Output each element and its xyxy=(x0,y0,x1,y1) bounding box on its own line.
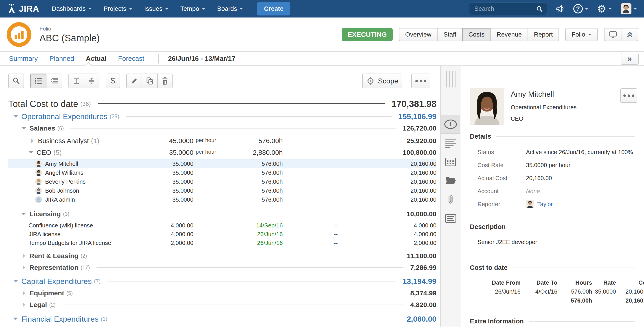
user-menu[interactable] xyxy=(621,3,637,14)
table-row-member[interactable]: JIRA admin 35.0000 576.00h 20,160.00 xyxy=(8,195,436,204)
collapse-caret-icon[interactable] xyxy=(13,280,18,285)
expand-caret-icon[interactable] xyxy=(23,291,28,296)
copy-move-button[interactable] xyxy=(142,73,157,88)
collapse-header-button[interactable] xyxy=(622,28,638,41)
subtab-forecast[interactable]: Forecast xyxy=(118,55,144,62)
currency-button[interactable]: $ xyxy=(106,73,120,88)
tab-staff[interactable]: Staff xyxy=(437,28,462,41)
expand-all-button[interactable] xyxy=(68,73,84,88)
row-label[interactable]: Rent & Leasing xyxy=(30,252,78,260)
table-row-category[interactable]: Salaries (6) 126,720.00 xyxy=(8,122,436,134)
row-label[interactable]: Licensing xyxy=(30,210,61,218)
date-cell[interactable]: 14/Sep/16 xyxy=(194,222,283,229)
panel-tab-description[interactable] xyxy=(441,134,460,153)
help-menu[interactable]: ? xyxy=(573,4,588,13)
subtab-planned[interactable]: Planned xyxy=(49,55,74,62)
table-row-category[interactable]: Representation (17) 7,286.99 xyxy=(8,262,436,273)
table-row-category[interactable]: Equipment (5) 8,374.99 xyxy=(8,287,436,299)
search-icon[interactable] xyxy=(536,5,543,12)
row-label[interactable]: Amy Mitchell xyxy=(45,160,78,167)
create-button[interactable]: Create xyxy=(257,2,290,15)
panel-more-actions-button[interactable] xyxy=(620,88,637,103)
date-cell[interactable]: 26/Jun/16 xyxy=(194,231,283,238)
row-label[interactable]: Financial Expenditures xyxy=(21,315,98,324)
settings-menu[interactable]: ⚙ xyxy=(597,3,612,14)
row-label[interactable]: Representation xyxy=(30,264,78,271)
row-label[interactable]: Bob Johnson xyxy=(45,187,79,194)
collapse-caret-icon[interactable] xyxy=(21,127,26,132)
row-label[interactable]: JIRA admin xyxy=(45,196,75,203)
tab-revenue[interactable]: Revenue xyxy=(490,28,528,41)
table-row-member[interactable]: Beverly Perkins 35.0000 576.00h 20,160.0… xyxy=(8,177,436,186)
expand-caret-icon[interactable] xyxy=(31,138,36,143)
tab-overview[interactable]: Overview xyxy=(399,28,437,41)
nav-menu-issues[interactable]: Issues xyxy=(144,5,169,12)
view-flat-button[interactable] xyxy=(46,73,62,88)
panel-tab-worklog[interactable] xyxy=(441,209,460,228)
jira-logo[interactable]: JIRA xyxy=(7,4,39,14)
more-actions-button[interactable] xyxy=(411,73,430,88)
row-label[interactable]: CEO xyxy=(36,149,51,156)
panel-resize-handle[interactable] xyxy=(446,71,456,87)
nav-menu-dashboards[interactable]: Dashboards xyxy=(52,5,92,12)
table-row-role[interactable]: Business Analyst(1) 45.0000per hour 576.… xyxy=(8,135,436,147)
reporter-link[interactable]: Taylor xyxy=(537,201,553,208)
table-row-expense[interactable]: JIRA license 4,000.00 26/Jun/16 -- 4,000… xyxy=(8,230,436,239)
table-row-category[interactable]: Licensing (3) 10,000.00 xyxy=(8,208,436,220)
search-table-button[interactable] xyxy=(8,73,24,88)
table-row-member[interactable]: Angel Williams 35.0000 576.00h 20,160.00 xyxy=(8,168,436,177)
row-label[interactable]: Confluence (wiki) license xyxy=(28,222,93,229)
row-label[interactable]: Capital Expenditures xyxy=(21,277,92,286)
row-label[interactable]: Angel Williams xyxy=(45,169,84,176)
panel-tab-calendar[interactable] xyxy=(441,153,460,171)
collapse-caret-icon[interactable] xyxy=(21,213,26,218)
row-label[interactable]: Legal xyxy=(30,301,47,309)
date-cell[interactable]: 26/Jun/16 xyxy=(194,240,283,247)
table-row-category[interactable]: Legal (2) 4,820.00 xyxy=(8,299,436,311)
presentation-mode-button[interactable] xyxy=(604,28,622,41)
table-row-role[interactable]: CEO(5) 35.0000per hour 2,880.00h 100,800… xyxy=(8,147,436,158)
row-label[interactable]: Tempo Budgets for JIRA license xyxy=(28,240,111,247)
table-row-expense[interactable]: Tempo Budgets for JIRA license 2,000.00 … xyxy=(8,239,436,247)
megaphone-icon[interactable] xyxy=(555,4,565,13)
table-row-section[interactable]: Operational Expenditures (28) 155,106.99 xyxy=(8,110,436,122)
subtab-actual[interactable]: Actual xyxy=(86,55,106,62)
view-grouped-button[interactable] xyxy=(30,73,46,88)
row-label[interactable]: Operational Expenditures xyxy=(21,112,108,121)
expand-caret-icon[interactable] xyxy=(23,302,28,307)
table-row-member-selected[interactable]: Amy Mitchell 35.0000 576.00h 20,160.00 xyxy=(8,159,436,168)
panel-tab-attachments[interactable] xyxy=(441,190,460,209)
subtab-summary[interactable]: Summary xyxy=(9,55,38,62)
row-label[interactable]: Beverly Perkins xyxy=(45,178,86,185)
collapse-caret-icon[interactable] xyxy=(13,318,18,323)
row-label[interactable]: Salaries xyxy=(30,124,55,132)
scope-button[interactable]: Scope xyxy=(362,73,402,88)
nav-menu-projects[interactable]: Projects xyxy=(104,5,132,12)
nav-menu-tempo[interactable]: Tempo xyxy=(180,5,206,12)
table-row-section[interactable]: Capital Expenditures (7) 13,194.99 xyxy=(8,275,436,287)
nav-menu-boards[interactable]: Boards xyxy=(217,5,244,12)
table-row-category[interactable]: Rent & Leasing (2) 11,100.00 xyxy=(8,250,436,262)
delete-button[interactable] xyxy=(157,73,172,88)
row-label[interactable]: Equipment xyxy=(30,289,64,297)
collapse-caret-icon[interactable] xyxy=(28,151,34,156)
table-row-expense[interactable]: Confluence (wiki) license 4,000.00 14/Se… xyxy=(8,221,436,230)
tab-report[interactable]: Report xyxy=(528,28,559,41)
folio-dropdown-button[interactable]: Folio xyxy=(565,28,598,41)
tab-costs[interactable]: Costs xyxy=(462,28,490,41)
search-input[interactable] xyxy=(469,2,547,15)
date-range[interactable]: 26/Jun/16 - 13/Mar/17 xyxy=(168,55,236,62)
collapse-caret-icon[interactable] xyxy=(13,115,18,120)
collapse-all-button[interactable] xyxy=(84,73,100,88)
table-row-member[interactable]: Bob Johnson 35.0000 576.00h 20,160.00 xyxy=(8,186,436,195)
edit-button[interactable] xyxy=(126,73,142,88)
expand-panel-button[interactable]: » xyxy=(621,53,638,65)
table-row-category[interactable]: Loans & Credits (1) 2,080.00 xyxy=(8,325,436,327)
expand-caret-icon[interactable] xyxy=(23,265,28,270)
expand-caret-icon[interactable] xyxy=(23,254,28,258)
panel-tab-info[interactable]: i xyxy=(441,115,460,134)
table-row-section[interactable]: Financial Expenditures (1) 2,080.00 xyxy=(8,313,436,325)
panel-tab-files[interactable] xyxy=(441,171,460,190)
row-label[interactable]: JIRA license xyxy=(28,231,60,238)
row-label[interactable]: Business Analyst xyxy=(38,137,89,145)
